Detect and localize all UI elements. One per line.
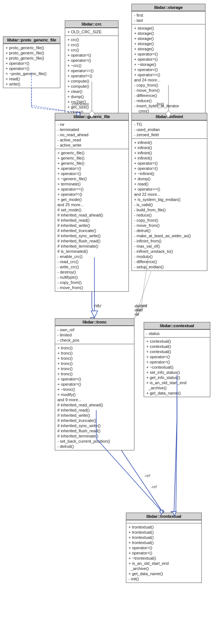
trontextual-empty xyxy=(126,520,201,523)
current-connector-label: -current-start-sz xyxy=(134,303,147,316)
generic-file-members: + generic_file() + generic_file() + gene… xyxy=(55,149,128,291)
storage-fields: - first - last xyxy=(132,11,205,24)
svg-marker-32 xyxy=(91,311,98,318)
infinint-title: libdar::infinint xyxy=(132,113,207,120)
generic-file-box: libdar::generic_file - rw - terminated -… xyxy=(55,113,129,292)
infinint-box: libdar::infinint - TG - used_endian - ze… xyxy=(131,113,207,271)
field-connector-label: -field xyxy=(156,102,164,106)
contextual-members: + contextual() + contextual() + contextu… xyxy=(144,337,210,397)
svg-line-13 xyxy=(92,307,94,318)
contextual-title: libdar::contextual xyxy=(144,322,210,329)
tronc-title: libdar::tronc xyxy=(55,319,134,326)
proto-generic-file-members: + proto_generic_file() + proto_generic_f… xyxy=(3,44,60,88)
generic-file-title: libdar::generic_file xyxy=(55,113,128,120)
proto-generic-file-title: libdar::proto_generic_file xyxy=(3,37,60,44)
infinint-fields: - TG - used_endian - zeroed_field xyxy=(132,120,207,138)
svg-line-19 xyxy=(174,418,177,513)
trontextual-box: libdar::trontextual + trontextual() + tr… xyxy=(126,513,202,583)
crc-title: libdar::crc xyxy=(65,21,118,28)
contextual-fields: - status xyxy=(144,329,210,337)
generic-file-fields: - rw - terminated - no_read_ahead - acti… xyxy=(55,120,128,149)
trontextual-title: libdar::trontextual xyxy=(126,513,201,520)
trontextual-members: + trontextual() + trontextual() + tronte… xyxy=(126,523,201,583)
checksum-connector-label: -checksum xyxy=(71,102,89,106)
svg-line-39 xyxy=(176,426,177,513)
proto-generic-file-box: libdar::proto_generic_file + proto_gener… xyxy=(3,36,60,88)
ref2-label: -ref xyxy=(144,474,150,478)
crc-constants: + OLD_CRC_SIZE xyxy=(65,28,118,36)
contextual-box: libdar::contextual - status + contextual… xyxy=(144,322,210,397)
tronc-fields: - own_ref - limited - check_pos xyxy=(55,326,134,344)
infinint-members: + infinint() + infinint() + infinint() +… xyxy=(132,138,207,271)
tronc-members: + tronc() + tronc() + tronc() + tronc() … xyxy=(55,344,134,450)
tronc-box: libdar::tronc - own_ref - limited - chec… xyxy=(55,318,134,450)
ref-connector-label: -ref xyxy=(96,304,101,308)
storage-title: libdar::storage xyxy=(132,4,205,11)
ref2-connector-label: -ref xyxy=(151,485,157,489)
